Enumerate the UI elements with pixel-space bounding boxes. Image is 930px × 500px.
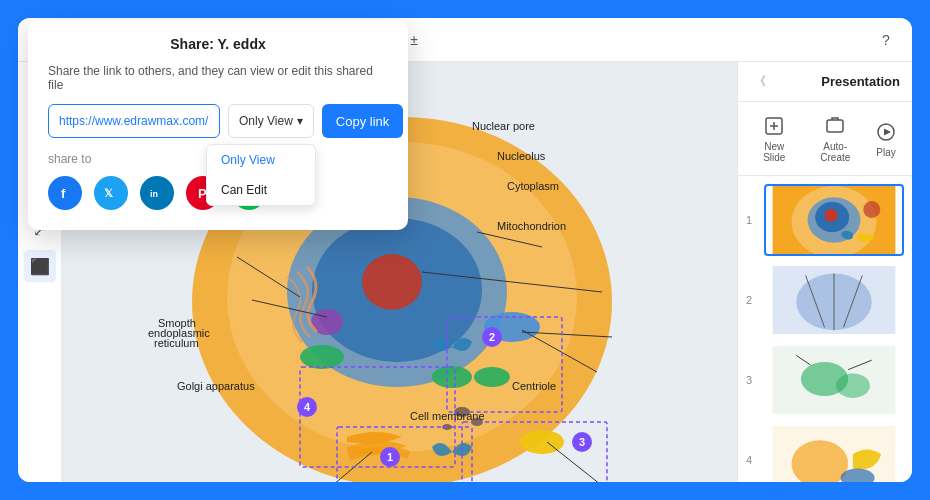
facebook-share-btn[interactable]: f <box>48 176 82 210</box>
svg-point-7 <box>432 366 472 388</box>
copy-link-button[interactable]: Copy link <box>322 104 403 138</box>
play-icon <box>874 120 898 144</box>
help-icon[interactable]: ? <box>872 26 900 54</box>
label-smooth-er-bottom-3: reticulum <box>154 337 199 349</box>
link-row: Only View ▾ Copy link Only View Can Edit <box>48 104 388 138</box>
dropdown-chevron-icon: ▾ <box>297 114 303 128</box>
link-input[interactable] <box>48 104 220 138</box>
label-mitochondrion: Mitochondrion <box>497 220 566 232</box>
slide-item-3[interactable]: 3 <box>746 344 904 416</box>
label-cell-membrane: Cell membrane <box>410 410 485 422</box>
svg-point-45 <box>825 209 838 222</box>
right-panel: 《 Presentation New Slide Auto-Create <box>737 62 912 482</box>
presentation-title: Presentation <box>821 74 900 89</box>
linkedin-share-btn[interactable]: in <box>140 176 174 210</box>
label-centriole: Centriole <box>512 380 556 392</box>
svg-point-46 <box>863 201 880 218</box>
label-nuclear-pore: Nuclear pore <box>472 120 535 132</box>
slide-number-1: 1 <box>746 214 758 226</box>
label-nucleolus: Nucleolus <box>497 150 545 162</box>
new-slide-btn[interactable]: New Slide <box>746 110 803 167</box>
play-btn[interactable]: Play <box>868 116 904 162</box>
svg-text:in: in <box>150 189 158 199</box>
svg-point-8 <box>474 367 510 387</box>
dropdown-item-only-view[interactable]: Only View <box>207 145 315 175</box>
svg-point-6 <box>300 345 344 369</box>
slide-item-4[interactable]: 4 <box>746 424 904 482</box>
new-slide-icon <box>762 114 786 138</box>
dropdown-label: Only View <box>239 114 293 128</box>
sidebar-presentation-icon[interactable]: ⬛ <box>24 250 56 282</box>
panel-actions: New Slide Auto-Create Play <box>738 102 912 176</box>
view-mode-dropdown[interactable]: Only View ▾ <box>228 104 314 138</box>
svg-rect-38 <box>827 120 843 132</box>
svg-text:f: f <box>61 186 66 201</box>
slide-thumb-4[interactable] <box>764 424 904 482</box>
dialog-title: Share: Y. eddx <box>48 36 388 52</box>
svg-text:4: 4 <box>304 401 311 413</box>
svg-marker-40 <box>884 128 891 135</box>
dropdown-item-can-edit[interactable]: Can Edit <box>207 175 315 205</box>
slide-thumb-1[interactable] <box>764 184 904 256</box>
slide-item-1[interactable]: 1 <box>746 184 904 256</box>
auto-create-icon <box>823 114 847 138</box>
collapse-btn[interactable]: 《 <box>750 72 770 92</box>
label-cytoplasm: Cytoplasm <box>507 180 559 192</box>
slide-thumb-2[interactable] <box>764 264 904 336</box>
slides-list: 1 <box>738 176 912 482</box>
slide-number-3: 3 <box>746 374 758 386</box>
svg-text:1: 1 <box>387 451 393 463</box>
svg-text:3: 3 <box>579 436 585 448</box>
share-dialog: Share: Y. eddx Share the link to others,… <box>28 20 408 230</box>
twitter-share-btn[interactable]: 𝕏 <box>94 176 128 210</box>
new-slide-label: New Slide <box>752 141 797 163</box>
slide-thumb-3[interactable] <box>764 344 904 416</box>
slide-number-2: 2 <box>746 294 758 306</box>
svg-text:𝕏: 𝕏 <box>104 187 113 199</box>
slide-item-2[interactable]: 2 <box>746 264 904 336</box>
auto-create-label: Auto-Create <box>809 141 862 163</box>
play-label: Play <box>876 147 895 158</box>
svg-text:2: 2 <box>489 331 495 343</box>
dropdown-menu: Only View Can Edit <box>206 144 316 206</box>
dialog-description: Share the link to others, and they can v… <box>48 64 388 92</box>
auto-create-btn[interactable]: Auto-Create <box>803 110 868 167</box>
label-golgi: Golgi apparatus <box>177 380 255 392</box>
svg-point-4 <box>362 254 422 310</box>
right-panel-header: 《 Presentation <box>738 62 912 102</box>
svg-point-54 <box>836 373 870 398</box>
slide-number-4: 4 <box>746 454 758 466</box>
